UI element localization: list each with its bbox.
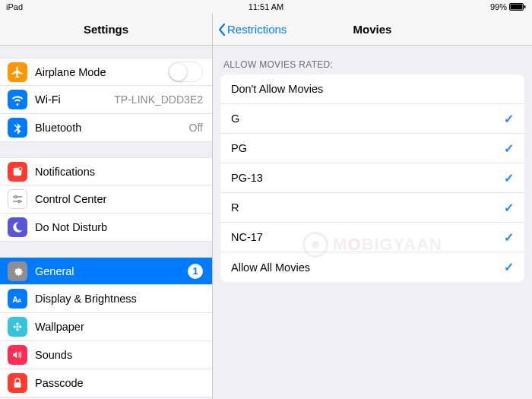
check-icon: ✓ — [504, 141, 514, 156]
sidebar-item-label: Wi-Fi — [35, 93, 114, 106]
sidebar-item-label: Do Not Disturb — [35, 221, 203, 233]
wifi-icon — [8, 90, 27, 109]
svg-point-14 — [16, 323, 18, 325]
option-row[interactable]: R✓ — [220, 193, 524, 223]
control-center-icon — [8, 189, 27, 209]
sidebar-title: Settings — [0, 14, 212, 46]
svg-point-13 — [17, 326, 19, 328]
sidebar-item-control-center[interactable]: Control Center — [0, 185, 212, 214]
back-button[interactable]: Restrictions — [217, 23, 287, 36]
back-label: Restrictions — [227, 23, 287, 36]
detail-title: Movies — [353, 23, 392, 36]
sidebar-item-bluetooth[interactable]: Bluetooth Off — [0, 114, 212, 142]
option-row[interactable]: Don't Allow Movies — [220, 74, 524, 104]
gear-icon — [8, 261, 27, 281]
sidebar-item-label: Wallpaper — [35, 321, 203, 333]
sidebar-item-label: Bluetooth — [35, 122, 189, 134]
svg-point-4 — [19, 167, 23, 171]
chevron-left-icon — [217, 23, 226, 36]
sidebar-item-label: Control Center — [35, 193, 203, 205]
sidebar-item-airplane[interactable]: Airplane Mode — [0, 58, 212, 86]
sidebar-item-wifi[interactable]: Wi-Fi TP-LINK_DDD3E2 — [0, 86, 212, 114]
sidebar-item-label: General — [35, 265, 188, 277]
section-header: ALLOW MOVIES RATED: — [213, 46, 532, 74]
rating-options: Don't Allow Movies G✓ PG✓ PG-13✓ R✓ NC-1… — [220, 74, 524, 282]
sidebar-item-label: Airplane Mode — [35, 66, 168, 78]
option-row[interactable]: G✓ — [220, 104, 524, 134]
svg-point-15 — [16, 328, 18, 331]
badge-count: 1 — [188, 264, 203, 279]
svg-rect-1 — [511, 5, 523, 10]
option-row[interactable]: PG✓ — [220, 134, 524, 163]
moon-icon — [8, 217, 27, 237]
option-row[interactable]: NC-17✓ — [220, 223, 524, 252]
check-icon: ✓ — [504, 112, 514, 126]
sidebar-item-sounds[interactable]: Sounds — [0, 341, 212, 369]
check-icon: ✓ — [504, 171, 514, 185]
option-row[interactable]: Allow All Movies✓ — [220, 252, 524, 282]
text-size-icon: AA — [8, 289, 27, 309]
battery-pct: 99% — [490, 2, 507, 11]
detail-pane: Restrictions Movies ALLOW MOVIES RATED: … — [213, 14, 532, 399]
sidebar-item-label: Sounds — [35, 349, 203, 361]
check-icon: ✓ — [504, 230, 514, 245]
sidebar-item-notifications[interactable]: Notifications — [0, 157, 212, 185]
svg-text:A: A — [17, 297, 22, 304]
wifi-value: TP-LINK_DDD3E2 — [114, 93, 203, 106]
check-icon: ✓ — [504, 260, 514, 274]
sidebar-item-dnd[interactable]: Do Not Disturb — [0, 214, 212, 242]
svg-point-17 — [19, 325, 21, 328]
svg-rect-18 — [14, 382, 21, 388]
check-icon: ✓ — [504, 201, 514, 215]
option-row[interactable]: PG-13✓ — [220, 163, 524, 193]
sidebar-item-wallpaper[interactable]: Wallpaper — [0, 313, 212, 341]
sidebar-item-label: Passcode — [35, 377, 203, 389]
sidebar-item-general[interactable]: General 1 — [0, 257, 212, 285]
battery-icon — [509, 3, 526, 11]
notifications-icon — [8, 162, 27, 182]
settings-sidebar: Settings Airplane Mode Wi-Fi TP-LINK_DDD… — [0, 14, 213, 399]
flower-icon — [8, 317, 27, 337]
status-bar: iPad 11:51 AM 99% — [0, 0, 532, 14]
airplane-icon — [8, 62, 27, 82]
device-label: iPad — [6, 2, 23, 11]
split-view: Settings Airplane Mode Wi-Fi TP-LINK_DDD… — [0, 14, 532, 399]
lock-icon — [8, 373, 27, 393]
bluetooth-value: Off — [189, 122, 203, 134]
sidebar-item-passcode[interactable]: Passcode — [0, 369, 212, 397]
svg-point-5 — [14, 196, 17, 198]
svg-point-8 — [18, 201, 21, 203]
detail-header: Restrictions Movies — [213, 14, 532, 46]
speaker-icon — [8, 345, 27, 365]
sidebar-item-label: Display & Brightness — [35, 293, 203, 305]
svg-point-16 — [14, 325, 16, 328]
sidebar-item-label: Notifications — [35, 166, 203, 178]
airplane-switch[interactable] — [168, 62, 203, 82]
svg-rect-2 — [524, 5, 526, 8]
bluetooth-icon — [8, 118, 27, 138]
clock: 11:51 AM — [249, 2, 283, 11]
sidebar-item-display[interactable]: AA Display & Brightness — [0, 285, 212, 313]
